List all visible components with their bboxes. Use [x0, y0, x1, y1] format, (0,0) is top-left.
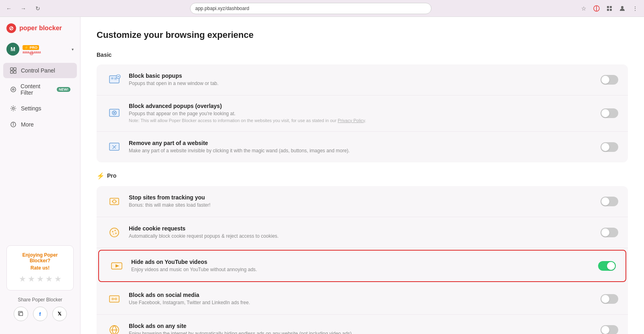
url-text: app.pbapi.xyz/dashboard — [195, 6, 249, 11]
sidebar: ⊘ poper blocker M ⚡ PRO ****@**** ▾ Cont… — [0, 17, 80, 334]
sidebar-nav: Control Panel Content Filter NEW! Settin… — [0, 62, 80, 133]
setting-remove-website-part: Remove any part of a website Make any pa… — [97, 132, 628, 162]
setting-text: Block ads on social media Use Facebook, … — [129, 292, 594, 306]
browser-chrome: ← → ↻ app.pbapi.xyz/dashboard ☆ ⋮ — [0, 0, 644, 17]
svg-rect-17 — [19, 313, 23, 316]
setting-text: Block basic popups Popups that open in a… — [129, 73, 594, 87]
bookmark-button[interactable]: ☆ — [578, 3, 589, 14]
menu-button[interactable]: ⋮ — [630, 3, 641, 14]
sidebar-bottom: Enjoying Poper Blocker? Rate us! ★ ★ ★ ★… — [0, 239, 80, 328]
svg-rect-4 — [607, 9, 609, 11]
toggle-block-basic-popups[interactable] — [601, 75, 618, 85]
svg-rect-3 — [610, 6, 612, 8]
share-copy-button[interactable] — [14, 307, 28, 321]
share-buttons: f 𝕏 — [6, 307, 74, 321]
setting-title: Block advanced popups (overlays) — [129, 103, 594, 109]
forward-button[interactable]: → — [18, 3, 29, 14]
setting-title: Block ads on any site — [129, 323, 594, 329]
star-3[interactable]: ★ — [37, 274, 44, 284]
svg-rect-7 — [10, 68, 13, 70]
toggle-block-ads-any[interactable] — [601, 325, 618, 334]
setting-desc: Make any part of a website invisible by … — [129, 147, 594, 154]
toggle-hide-cookie[interactable] — [601, 228, 618, 237]
toggle-remove-website-part[interactable] — [601, 142, 618, 152]
svg-point-12 — [12, 89, 14, 90]
toggle-block-social-ads[interactable] — [601, 294, 618, 304]
sidebar-item-settings[interactable]: Settings — [3, 101, 77, 116]
setting-title: Hide ads on YouTube videos — [131, 259, 592, 265]
more-icon — [10, 121, 17, 128]
star-4[interactable]: ★ — [45, 274, 53, 284]
svg-point-16 — [13, 123, 14, 124]
star-5[interactable]: ★ — [54, 274, 62, 284]
svg-rect-29 — [110, 198, 119, 205]
setting-title: Stop sites from tracking you — [129, 194, 594, 201]
setting-text: Block ads on any site Enjoy browsing the… — [129, 323, 594, 334]
svg-point-36 — [116, 232, 117, 234]
avatar: M — [6, 43, 19, 56]
new-badge: NEW! — [57, 87, 70, 92]
setting-text: Remove any part of a website Make any pa… — [129, 140, 594, 154]
settings-icon — [10, 105, 17, 112]
setting-desc: Use Facebook, Instagram, Twitter and Lin… — [129, 299, 594, 306]
block-advanced-icon — [106, 105, 122, 121]
page-title: Customize your browsing experience — [97, 30, 628, 40]
svg-point-13 — [12, 108, 14, 110]
sidebar-item-label: More — [21, 121, 34, 128]
setting-block-advanced-popups: Block advanced popups (overlays) Popups … — [97, 95, 628, 132]
rate-title: Enjoying Poper Blocker? — [13, 252, 67, 263]
user-info: ⚡ PRO ****@**** — [23, 43, 68, 55]
rate-link[interactable]: Rate us! — [13, 265, 67, 271]
toggle-block-advanced-popups[interactable] — [601, 108, 618, 118]
setting-block-social-ads: Block ads on social media Use Facebook, … — [97, 284, 628, 315]
sidebar-item-content-filter[interactable]: Content Filter NEW! — [3, 79, 77, 100]
user-section[interactable]: M ⚡ PRO ****@**** ▾ — [0, 39, 80, 62]
setting-title: Hide cookie requests — [129, 225, 594, 232]
reload-button[interactable]: ↻ — [32, 3, 43, 14]
setting-title: Block ads on social media — [129, 292, 594, 298]
sidebar-item-label: Settings — [21, 105, 41, 112]
pro-badge: ⚡ PRO — [23, 45, 39, 50]
address-bar[interactable]: app.pbapi.xyz/dashboard — [190, 3, 431, 14]
setting-block-basic-popups: Block basic popups Popups that open in a… — [97, 64, 628, 95]
star-2[interactable]: ★ — [28, 274, 35, 284]
rate-card: Enjoying Poper Blocker? Rate us! ★ ★ ★ ★… — [6, 245, 74, 290]
setting-text: Block advanced popups (overlays) Popups … — [129, 103, 594, 124]
setting-text: Hide ads on YouTube videos Enjoy videos … — [131, 259, 592, 273]
profile-button[interactable] — [617, 3, 628, 14]
back-button[interactable]: ← — [3, 3, 14, 14]
extensions-button[interactable] — [604, 3, 615, 14]
setting-desc: Bonus: this will make sites load faster! — [129, 202, 594, 209]
svg-point-11 — [11, 87, 16, 92]
toggle-stop-tracking[interactable] — [601, 197, 618, 206]
setting-stop-tracking: Stop sites from tracking you Bonus: this… — [97, 186, 628, 217]
star-1[interactable]: ★ — [19, 274, 26, 284]
toggle-hide-youtube-ads[interactable] — [598, 261, 616, 271]
setting-desc: Enjoy videos and music on YouTube withou… — [131, 266, 592, 273]
user-email: ****@**** — [23, 50, 68, 55]
svg-rect-9 — [10, 71, 13, 73]
remove-part-icon — [106, 139, 122, 155]
share-facebook-button[interactable]: f — [33, 307, 47, 321]
control-panel-icon — [10, 67, 17, 74]
setting-title: Block basic popups — [129, 73, 594, 79]
dropdown-arrow-icon: ▾ — [72, 47, 74, 52]
share-twitter-button[interactable]: 𝕏 — [52, 307, 67, 321]
setting-hide-youtube-ads: Hide ads on YouTube videos Enjoy videos … — [98, 250, 626, 282]
svg-point-37 — [113, 234, 114, 234]
setting-desc: Enjoy browsing the internet by automatic… — [129, 330, 594, 334]
lightning-icon: ⚡ — [97, 172, 105, 180]
stars[interactable]: ★ ★ ★ ★ ★ — [13, 274, 67, 284]
setting-title: Remove any part of a website — [129, 140, 594, 146]
pro-settings-card: Stop sites from tracking you Bonus: this… — [97, 186, 628, 334]
sidebar-item-control-panel[interactable]: Control Panel — [3, 63, 77, 78]
main-content: Customize your browsing experience Basic… — [80, 17, 644, 334]
svg-point-33 — [110, 228, 119, 237]
content-filter-icon — [10, 86, 17, 93]
basic-section-label: Basic — [97, 52, 628, 58]
svg-rect-2 — [607, 6, 609, 8]
svg-point-34 — [112, 231, 114, 232]
sidebar-item-label: Control Panel — [21, 67, 55, 74]
sidebar-item-more[interactable]: More — [3, 117, 77, 132]
extension-icon[interactable] — [591, 3, 602, 14]
